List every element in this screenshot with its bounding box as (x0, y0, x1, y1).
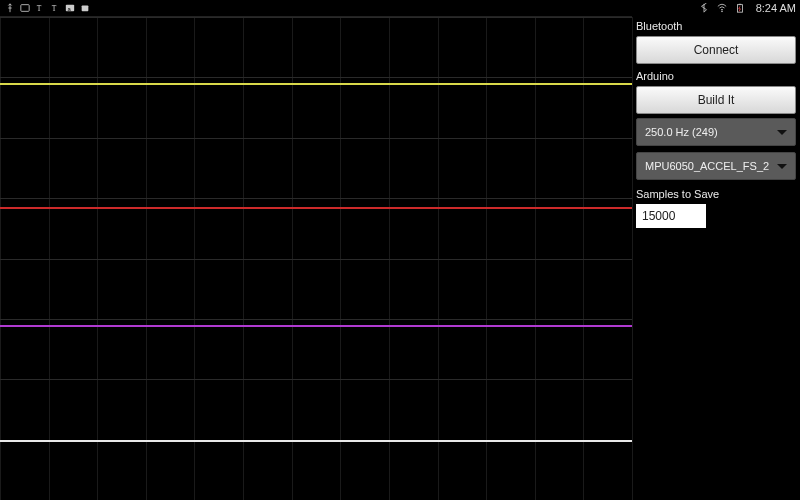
build-button-label: Build It (698, 93, 735, 107)
control-panel: Bluetooth Connect Arduino Build It 250.0… (632, 16, 800, 500)
oscilloscope-plot[interactable] (0, 16, 632, 500)
status-clock: 8:24 AM (756, 2, 796, 14)
svg-text:T: T (37, 4, 42, 13)
svg-rect-5 (82, 6, 89, 12)
main-content: Bluetooth Connect Arduino Build It 250.0… (0, 16, 800, 500)
sample-rate-dropdown[interactable]: 250.0 Hz (249) (636, 118, 796, 146)
trace-ch1 (0, 83, 632, 85)
notif-icon-3: T (49, 2, 61, 14)
notif-icon-5 (79, 2, 91, 14)
arduino-section-label: Arduino (632, 68, 800, 86)
connect-button[interactable]: Connect (636, 36, 796, 64)
svg-rect-8 (738, 4, 741, 5)
svg-rect-0 (21, 5, 29, 12)
chevron-down-icon (777, 130, 787, 135)
battery-icon (734, 2, 746, 14)
notif-icon-1 (19, 2, 31, 14)
status-right-icons: 8:24 AM (698, 2, 796, 14)
trace-ch4 (0, 440, 632, 442)
wifi-icon (716, 2, 728, 14)
status-bar: T T a 8:24 AM (0, 0, 800, 16)
trace-ch3 (0, 325, 632, 327)
sample-rate-value: 250.0 Hz (249) (645, 126, 777, 138)
plot-grid (0, 17, 632, 500)
samples-section-label: Samples to Save (632, 186, 800, 204)
trace-ch2 (0, 207, 632, 209)
bluetooth-icon (698, 2, 710, 14)
chevron-down-icon (777, 164, 787, 169)
svg-text:T: T (52, 4, 57, 13)
notif-icon-2: T (34, 2, 46, 14)
build-button[interactable]: Build It (636, 86, 796, 114)
samples-input[interactable] (636, 204, 706, 228)
notif-icon-4: a (64, 2, 76, 14)
accel-fs-dropdown[interactable]: MPU6050_ACCEL_FS_2 (636, 152, 796, 180)
connect-button-label: Connect (694, 43, 739, 57)
bluetooth-section-label: Bluetooth (632, 18, 800, 36)
usb-icon (4, 2, 16, 14)
accel-fs-value: MPU6050_ACCEL_FS_2 (645, 160, 777, 172)
status-left-icons: T T a (4, 2, 91, 14)
svg-point-6 (721, 11, 723, 13)
